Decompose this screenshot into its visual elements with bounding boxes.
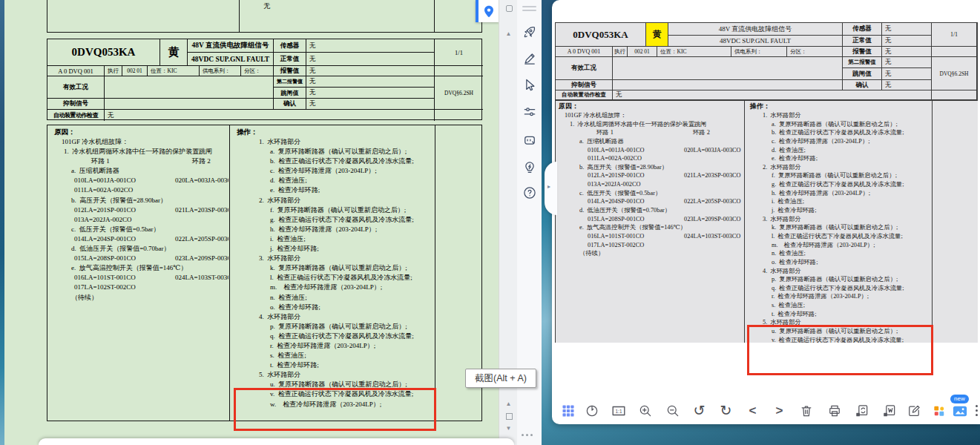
doc-line: 017LA=102ST-002CO	[556, 241, 743, 250]
mouse-mode-icon[interactable]	[582, 400, 602, 421]
annotation-rectangle-right	[747, 325, 933, 375]
doc-line: 016LA=101ST-001CO024LA=103ST-003CO	[47, 273, 228, 283]
doc-line: h. 检查冷却环路泄露（203-204LP）;	[745, 189, 931, 198]
section-reference: DVQ§6.2SH	[932, 57, 977, 90]
doc-line: 2. 水环路部分	[229, 196, 434, 205]
doc-line: t. 检查冷却环路;	[745, 310, 931, 319]
location-pin-button[interactable]	[476, 0, 499, 22]
doc-line: j. 检查冷却环路;	[745, 206, 931, 215]
doc-line: l. 检查正确运行状态下冷凝器风机及冷冻水流量;	[745, 232, 931, 241]
sensor-label: 传感器	[274, 39, 306, 53]
operation-title: 操作：	[237, 128, 258, 137]
supply-series-field: 供电系列：	[731, 47, 787, 57]
empty-cell	[435, 66, 483, 76]
doc-line: r. 检查冷却环路泄露（203-204LP）;	[229, 341, 434, 351]
edit-screenshot-icon[interactable]	[904, 400, 924, 421]
doc-line: 101GF 冷水机组故障：	[556, 111, 743, 120]
rotate-left-icon[interactable]: ↺	[689, 400, 709, 421]
doc-title-en: 48VDC SUP.GNL FAULT	[188, 53, 274, 66]
doc-line: d. 检查油压;	[745, 146, 931, 155]
trip-label: 跳闸值	[843, 68, 882, 80]
doc-line: 011LA=002A-002CO	[556, 154, 743, 163]
table-cell-value: 无	[240, 0, 435, 33]
actual-size-icon[interactable]: 1:1	[608, 400, 628, 421]
valid-condition-label: 有效工况	[47, 76, 105, 99]
doc-line: o. 检查冷却环路;	[745, 258, 931, 267]
doc-line: n. 检查油压;	[229, 293, 434, 303]
alarm-label: 报警值	[843, 47, 882, 57]
doc-line: e. 检查冷却环路;	[229, 185, 434, 195]
delete-icon[interactable]	[796, 400, 816, 421]
assistant-robot-icon[interactable]	[521, 131, 538, 148]
zoom-out-icon[interactable]	[662, 400, 683, 421]
viewer-more-icon[interactable]	[967, 400, 980, 421]
trip-value: 无	[882, 68, 932, 80]
previous-image-icon[interactable]: <	[743, 400, 763, 421]
scroll-widget-icon[interactable]	[506, 5, 513, 12]
doc-line: a. 复原环路断路器（确认可以重新启动之后）;	[745, 120, 931, 129]
doc-line: 4. 水环路部分	[229, 312, 434, 322]
doc-line: p. 复原环路断路器（确认可以重新启动之后）;	[745, 275, 931, 284]
print-icon[interactable]	[824, 400, 844, 421]
sensor-label: 传感器	[843, 23, 882, 36]
doc-line: 2. 水环路部分	[745, 163, 931, 172]
sliders-icon[interactable]	[521, 103, 538, 120]
apps-grid-icon[interactable]	[929, 400, 949, 421]
doc-line: 5. 水环路部分	[229, 370, 434, 380]
doc-line: c. 低压开关（报警值=0.5bar）	[556, 189, 743, 198]
doc-line: i. 检查油压;	[229, 234, 434, 244]
next-image-icon[interactable]: >	[769, 400, 789, 421]
doc-line: r. 检查冷却环路泄露（203-204LP）;	[745, 292, 931, 301]
ref-code: A 0 DVQ 001	[47, 66, 105, 76]
cause-lines: 101GF 冷水机组故障：1. 冷水机组两循环水路中任一环路的保护装置跳闸环路 …	[556, 111, 743, 258]
left-signal-header-table: 0DVQ053KA 黄 48V 直流供电故障组信号 48VDC SUP.GNL …	[47, 39, 482, 120]
doc-line: 1. 冷水机组两循环水路中任一环路的保护装置跳闸	[47, 147, 228, 156]
rocket-icon[interactable]	[521, 23, 538, 40]
convert-format-icon[interactable]	[852, 400, 872, 421]
help-icon[interactable]	[521, 184, 538, 201]
doc-line: n. 检查油压;	[745, 249, 931, 258]
doc-line: f. 复原环路断路器（确认可以重新启动之后）;	[745, 171, 931, 180]
cursor-icon[interactable]	[521, 76, 538, 93]
scroll-up-icon[interactable]: ▲	[499, 31, 518, 37]
doc-line: 3. 水环路部分	[229, 254, 434, 263]
page-number: 1/1	[932, 23, 977, 47]
convert-to-word-icon[interactable]	[879, 400, 899, 421]
confirm-value: 无	[306, 99, 435, 110]
rotate-right-icon[interactable]: ↻	[716, 400, 736, 421]
flash-bulb-icon[interactable]	[521, 159, 538, 176]
page-down-icon[interactable]: ▼	[499, 426, 518, 432]
suppress-signal-value	[613, 80, 843, 90]
doc-line: 014LA=204SP-001CO022LA=205SP-003CO	[47, 234, 228, 244]
empty-cell	[932, 47, 977, 57]
doc-line: 013A=202JA-002CO	[47, 215, 228, 225]
panel-collapse-handle[interactable]: ▸	[545, 162, 557, 215]
document-editor-window: 无 0DVQ053KA 黄 48V 直流供电故障组信号 48VDC SUP.GN…	[4, 0, 499, 445]
doc-line: 环路 1环路 2	[47, 156, 228, 166]
trip-label: 跳闸值	[274, 88, 306, 99]
grid-view-icon[interactable]	[558, 400, 578, 421]
exec-number: 002 01	[628, 47, 657, 57]
auto-check-label: 自动装置动作检查	[47, 110, 105, 121]
drag-handle[interactable]	[522, 6, 536, 13]
background-window-edge	[39, 438, 514, 445]
zoom-in-icon[interactable]	[635, 400, 655, 421]
operation-lines: 1. 水环路部分a. 复原环路断路器（确认可以重新启动之后）;b. 检查正确运行…	[745, 111, 931, 343]
doc-line: 013A=202JA-002CO	[556, 180, 743, 189]
doc-line: c. 低压开关（报警值=0.5bar）	[47, 225, 228, 234]
pen-icon[interactable]	[521, 50, 538, 67]
page-select-icon[interactable]	[506, 413, 513, 420]
more-options-icon[interactable]	[522, 434, 533, 436]
second-alarm-value: 无	[306, 76, 435, 88]
doc-line: 016LA=101ST-001CO024LA=103ST-003CO	[556, 232, 743, 241]
doc-line: d. 低油压开关（报警值=0.70bar）	[556, 206, 743, 215]
normal-value: 无	[882, 36, 932, 47]
cause-title: 原因：	[559, 102, 579, 111]
doc-line: 017LA=102ST-002CO	[47, 283, 228, 292]
doc-line: b. 高压开关（报警值=28.90bar）	[556, 163, 743, 172]
doc-line: 1. 水环路部分	[745, 111, 931, 120]
page-up-icon[interactable]: ▲	[499, 401, 518, 407]
doc-line: c. 检查冷却环路泄露（203-204LP）;	[229, 166, 434, 176]
doc-line: q. 检查正确运行状态下冷凝器风机及冷冻水流量;	[229, 332, 434, 341]
location-field: 位置：KIC	[657, 47, 731, 57]
